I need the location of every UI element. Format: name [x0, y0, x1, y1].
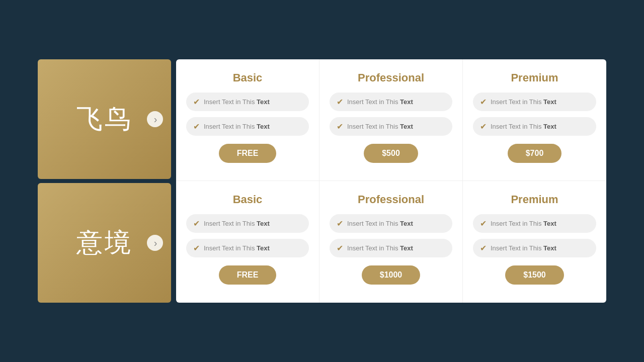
check-icon: ✔	[480, 122, 487, 131]
feature-text-normal: Insert Text in This	[347, 123, 400, 130]
feature-item-professional-2-0: ✔Insert Text in This Text	[330, 214, 452, 233]
check-icon: ✔	[193, 243, 200, 253]
card-title-basic-2: Basic	[233, 193, 263, 206]
feature-text-premium-2-1: Insert Text in This Text	[491, 244, 556, 252]
feature-item-basic-2-0: ✔Insert Text in This Text	[186, 214, 309, 233]
feature-item-professional-1-1: ✔Insert Text in This Text	[330, 117, 452, 136]
main-container: 飞鸟 意境 Basic✔Insert Text in This Text✔Ins…	[38, 59, 606, 303]
check-icon: ✔	[337, 219, 343, 228]
feature-text-normal: Insert Text in This	[204, 98, 257, 106]
feature-text-normal: Insert Text in This	[204, 244, 257, 252]
feature-text-professional-1-0: Insert Text in This Text	[347, 98, 413, 106]
feature-text-bold: Text	[543, 98, 556, 106]
check-icon: ✔	[480, 243, 487, 253]
feature-text-normal: Insert Text in This	[491, 98, 543, 106]
feature-text-normal: Insert Text in This	[347, 98, 400, 106]
feature-text-bold: Text	[257, 98, 270, 106]
feature-item-basic-2-1: ✔Insert Text in This Text	[186, 239, 309, 257]
feature-text-bold: Text	[543, 220, 556, 227]
card-title-premium-2: Premium	[511, 193, 558, 206]
card-title-basic-1: Basic	[233, 71, 263, 84]
feature-item-premium-1-0: ✔Insert Text in This Text	[473, 93, 596, 111]
pricing-card-professional-1: Professional✔Insert Text in This Text✔In…	[319, 59, 463, 181]
feature-text-premium-2-0: Insert Text in This Text	[491, 220, 556, 227]
feature-text-normal: Insert Text in This	[491, 123, 543, 130]
side-card-1-text: 飞鸟	[76, 102, 133, 137]
feature-text-normal: Insert Text in This	[491, 220, 543, 227]
feature-text-bold: Text	[400, 123, 413, 130]
check-icon: ✔	[193, 219, 200, 228]
check-icon: ✔	[193, 122, 200, 131]
card-title-professional-1: Professional	[358, 71, 424, 84]
price-button-basic-1[interactable]: FREE	[219, 144, 277, 163]
side-card-1: 飞鸟	[38, 59, 171, 179]
pricing-card-premium-2: Premium✔Insert Text in This Text✔Insert …	[463, 181, 606, 303]
feature-text-bold: Text	[257, 123, 270, 130]
feature-item-premium-1-1: ✔Insert Text in This Text	[473, 117, 596, 136]
feature-text-bold: Text	[400, 220, 413, 227]
pricing-grid: Basic✔Insert Text in This Text✔Insert Te…	[176, 59, 606, 303]
feature-text-normal: Insert Text in This	[347, 244, 400, 252]
feature-item-basic-1-1: ✔Insert Text in This Text	[186, 117, 309, 136]
feature-text-bold: Text	[257, 220, 270, 227]
feature-text-professional-2-0: Insert Text in This Text	[347, 220, 413, 227]
pricing-card-basic-1: Basic✔Insert Text in This Text✔Insert Te…	[176, 59, 319, 181]
feature-item-professional-2-1: ✔Insert Text in This Text	[330, 239, 452, 257]
chevron-btn-1[interactable]	[147, 111, 163, 127]
check-icon: ✔	[480, 97, 487, 107]
check-icon: ✔	[337, 243, 343, 253]
price-button-professional-1[interactable]: $500	[364, 144, 418, 163]
check-icon: ✔	[337, 122, 343, 131]
feature-text-basic-2-1: Insert Text in This Text	[204, 244, 270, 252]
feature-text-basic-1-0: Insert Text in This Text	[204, 98, 270, 106]
price-button-premium-2[interactable]: $1500	[505, 265, 564, 285]
feature-text-basic-2-0: Insert Text in This Text	[204, 220, 270, 227]
feature-text-basic-1-1: Insert Text in This Text	[204, 123, 270, 130]
price-button-premium-1[interactable]: $700	[508, 144, 562, 163]
side-card-2: 意境	[38, 183, 171, 303]
price-button-professional-2[interactable]: $1000	[362, 265, 421, 285]
pricing-card-basic-2: Basic✔Insert Text in This Text✔Insert Te…	[176, 181, 319, 303]
price-button-basic-2[interactable]: FREE	[219, 265, 277, 285]
card-title-professional-2: Professional	[358, 193, 424, 206]
chevron-btn-2[interactable]	[147, 235, 163, 251]
feature-text-normal: Insert Text in This	[491, 244, 543, 252]
feature-text-bold: Text	[543, 123, 556, 130]
left-panels: 飞鸟 意境	[38, 59, 171, 303]
side-card-2-text: 意境	[76, 225, 133, 260]
pricing-card-professional-2: Professional✔Insert Text in This Text✔In…	[319, 181, 463, 303]
check-icon: ✔	[193, 97, 200, 107]
feature-item-premium-2-1: ✔Insert Text in This Text	[473, 239, 596, 257]
feature-text-normal: Insert Text in This	[204, 123, 257, 130]
feature-text-bold: Text	[257, 244, 270, 252]
check-icon: ✔	[337, 97, 343, 107]
feature-text-professional-2-1: Insert Text in This Text	[347, 244, 413, 252]
feature-text-premium-1-1: Insert Text in This Text	[491, 123, 556, 130]
card-title-premium-1: Premium	[511, 71, 558, 84]
check-icon: ✔	[480, 219, 487, 228]
feature-text-bold: Text	[400, 244, 413, 252]
feature-item-basic-1-0: ✔Insert Text in This Text	[186, 93, 309, 111]
feature-text-normal: Insert Text in This	[204, 220, 257, 227]
feature-item-professional-1-0: ✔Insert Text in This Text	[330, 93, 452, 111]
feature-text-bold: Text	[543, 244, 556, 252]
pricing-card-premium-1: Premium✔Insert Text in This Text✔Insert …	[463, 59, 606, 181]
feature-item-premium-2-0: ✔Insert Text in This Text	[473, 214, 596, 233]
feature-text-normal: Insert Text in This	[347, 220, 400, 227]
feature-text-bold: Text	[400, 98, 413, 106]
feature-text-professional-1-1: Insert Text in This Text	[347, 123, 413, 130]
feature-text-premium-1-0: Insert Text in This Text	[491, 98, 556, 106]
